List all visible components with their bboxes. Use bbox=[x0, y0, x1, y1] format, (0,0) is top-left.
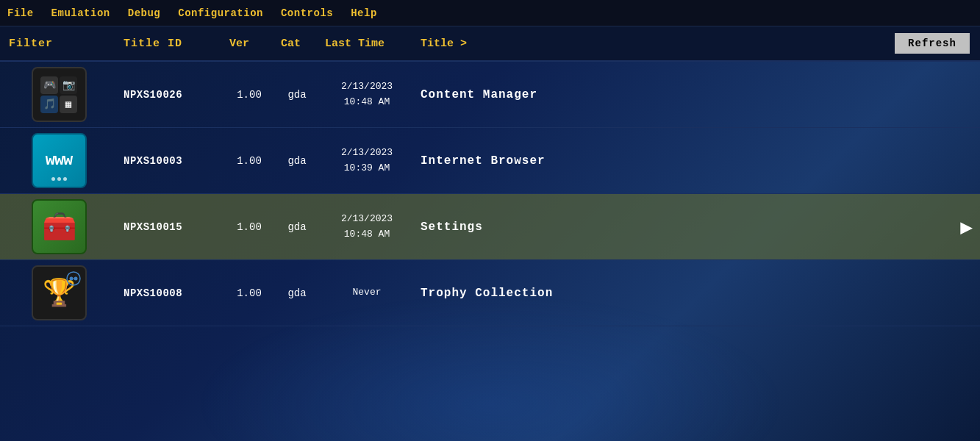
col-titleid-header: Title ID bbox=[118, 37, 223, 50]
row-titleid-content-manager: NPXS10026 bbox=[118, 89, 223, 101]
icon-trophy-collection: 🏆 bbox=[0, 265, 118, 320]
row-ver-internet-browser: 1.00 bbox=[223, 155, 275, 167]
col-ver-header: Ver bbox=[223, 37, 275, 50]
row-lasttime-internet-browser: 2/13/2023 10:39 AM bbox=[319, 146, 415, 176]
row-cat-trophy: gda bbox=[275, 287, 319, 299]
row-cat-settings: gda bbox=[275, 221, 319, 233]
col-refresh-area: Refresh bbox=[884, 33, 980, 54]
row-ver-trophy: 1.00 bbox=[223, 287, 275, 299]
menu-emulation[interactable]: Emulation bbox=[51, 7, 110, 19]
row-cat-content-manager: gda bbox=[275, 89, 319, 101]
row-titleid-trophy: NPXS10008 bbox=[118, 287, 223, 299]
svg-point-2 bbox=[74, 277, 77, 281]
row-lasttime-settings: 2/13/2023 10:48 AM bbox=[319, 212, 415, 243]
row-internet-browser[interactable]: www NPXS10003 1.00 gda 2/13/2023 10:39 A… bbox=[0, 128, 980, 194]
col-cat-header: Cat bbox=[275, 37, 319, 50]
row-ver-settings: 1.00 bbox=[223, 221, 275, 233]
column-headers: Filter Title ID Ver Cat Last Time Title … bbox=[0, 26, 980, 62]
row-title-content-manager: Content Manager bbox=[415, 88, 980, 101]
row-trophy-collection[interactable]: 🏆 NPXS10008 1.00 gda Never Tr bbox=[0, 260, 980, 326]
row-settings[interactable]: 🧰 NPXS10015 1.00 gda 2/13/2023 10:48 AM … bbox=[0, 194, 980, 260]
row-lasttime-trophy: Never bbox=[319, 285, 415, 301]
row-title-trophy: Trophy Collection bbox=[415, 287, 980, 300]
icon-settings: 🧰 bbox=[0, 199, 118, 254]
col-lasttime-header: Last Time bbox=[319, 37, 415, 50]
menu-controls[interactable]: Controls bbox=[281, 7, 333, 19]
row-ver-content-manager: 1.00 bbox=[223, 89, 275, 101]
main-content: Filter Title ID Ver Cat Last Time Title … bbox=[0, 26, 980, 441]
row-title-settings: Settings bbox=[415, 220, 980, 234]
refresh-button[interactable]: Refresh bbox=[895, 33, 970, 54]
row-lasttime-content-manager: 2/13/2023 10:48 AM bbox=[319, 79, 415, 110]
selected-row-arrow: ▶ bbox=[960, 215, 973, 240]
rows-container: 🎮 📷 🎵 ▦ NPXS10026 1.00 gda 2/13/2023 10:… bbox=[0, 62, 980, 441]
menu-help[interactable]: Help bbox=[351, 7, 377, 19]
row-titleid-settings: NPXS10015 bbox=[118, 221, 223, 233]
col-filter-header: Filter bbox=[0, 37, 118, 50]
col-title-header: Title > bbox=[415, 37, 884, 50]
row-cat-internet-browser: gda bbox=[275, 155, 319, 167]
menu-configuration[interactable]: Configuration bbox=[178, 7, 263, 19]
row-title-internet-browser: Internet Browser bbox=[415, 154, 980, 168]
icon-content-manager: 🎮 📷 🎵 ▦ bbox=[0, 67, 118, 122]
menu-debug[interactable]: Debug bbox=[128, 7, 161, 19]
row-titleid-internet-browser: NPXS10003 bbox=[118, 155, 223, 167]
svg-point-1 bbox=[69, 277, 73, 281]
icon-internet-browser: www bbox=[0, 133, 118, 188]
menu-file[interactable]: File bbox=[7, 7, 34, 19]
row-content-manager[interactable]: 🎮 📷 🎵 ▦ NPXS10026 1.00 gda 2/13/2023 10:… bbox=[0, 62, 980, 128]
menubar: File Emulation Debug Configuration Contr… bbox=[0, 0, 980, 26]
